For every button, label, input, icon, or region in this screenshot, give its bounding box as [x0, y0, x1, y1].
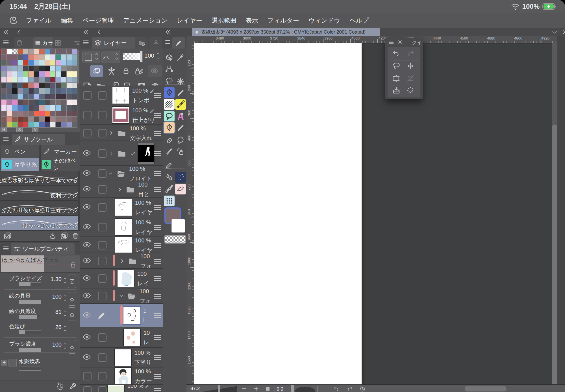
- color-swatch-r2c13[interactable]: [72, 60, 77, 65]
- watercolor-edge-slider[interactable]: [19, 367, 41, 371]
- color-swatch-r5c6[interactable]: [34, 77, 39, 82]
- menu-8[interactable]: ウィンドウ: [308, 16, 340, 25]
- menu-2[interactable]: ページ管理: [82, 16, 114, 25]
- color-swatch-r11c12[interactable]: [67, 111, 72, 116]
- color-swatch-r13c13[interactable]: [72, 122, 77, 128]
- redo-button[interactable]: [346, 386, 353, 392]
- brush-item-0[interactable]: 主線も水彩も厚塗りも一本でやる: [0, 171, 80, 186]
- color-swatch-r11c10[interactable]: [56, 111, 61, 116]
- sub-color-swatch[interactable]: [171, 219, 185, 233]
- halftone-dots-tool[interactable]: [164, 196, 175, 206]
- layer-drag-handle[interactable]: [154, 334, 161, 341]
- clipping-button[interactable]: [90, 65, 103, 77]
- layer-visibility-eye-icon[interactable]: [82, 334, 91, 340]
- layer-drag-handle[interactable]: [154, 224, 161, 231]
- color-swatch-r7c1[interactable]: [7, 88, 12, 94]
- color-swatch-r10c10[interactable]: [56, 105, 61, 111]
- layer-drag-handle[interactable]: [154, 204, 161, 211]
- layer-select-checkbox[interactable]: [98, 185, 107, 194]
- rotation-slider-handle[interactable]: [291, 385, 294, 392]
- layer-row-3[interactable]: [80, 141, 163, 166]
- color-swatch-r2c1[interactable]: [7, 60, 12, 65]
- operation-tool[interactable]: [164, 52, 175, 63]
- layer-visibility-checkbox[interactable]: [83, 91, 92, 100]
- advanced-settings-button[interactable]: [68, 382, 77, 391]
- color-swatch-r12c13[interactable]: [72, 117, 77, 122]
- subtool-group-3[interactable]: その他ペン: [40, 158, 79, 171]
- color-swatch-r2c0[interactable]: [1, 60, 6, 65]
- undo-button[interactable]: [392, 49, 401, 58]
- fit-screen-button[interactable]: [266, 387, 270, 391]
- layer-thumbnail[interactable]: [138, 143, 155, 164]
- color-swatch-r2c6[interactable]: [34, 60, 39, 65]
- layer-drag-handle[interactable]: [154, 92, 161, 99]
- color-swatch-r0c7[interactable]: [39, 49, 44, 54]
- color-swatch-r1c2[interactable]: [12, 54, 17, 60]
- color-swatch-r13c1[interactable]: [7, 122, 12, 128]
- color-swatch-r6c1[interactable]: [7, 83, 12, 88]
- blend-tool[interactable]: [175, 135, 186, 145]
- tool-property-menu-icon[interactable]: [2, 245, 10, 252]
- color-swatch-r5c8[interactable]: [45, 77, 50, 82]
- color-swatch-r0c8[interactable]: [45, 49, 50, 54]
- document-tab[interactable]: 表紙仮案3* (4093 x 2897px 350dpi 87.2% : CMY…: [192, 28, 380, 36]
- color-swatch-r13c4[interactable]: [23, 122, 28, 128]
- layer-thumbnail[interactable]: [107, 385, 125, 392]
- color-swatch-r8c4[interactable]: [23, 94, 28, 99]
- eyedropper-tool[interactable]: [175, 52, 186, 63]
- layer-row-0[interactable]: 100 % トンボ: [80, 86, 163, 105]
- layer-row-6[interactable]: 100 %レイヤ: [80, 198, 163, 217]
- color-swatch-r3c0[interactable]: [1, 66, 6, 71]
- color-swatch-r10c1[interactable]: [7, 105, 12, 111]
- color-swatch-r1c0[interactable]: [1, 54, 6, 60]
- thick-paint-brush-tool[interactable]: [164, 122, 175, 133]
- color-swatch-r7c7[interactable]: [39, 88, 44, 94]
- brush-item-3[interactable]: ほっぺぽんぽんブラシ: [0, 216, 80, 231]
- color-swatch-r1c9[interactable]: [50, 54, 55, 60]
- color-swatch-r12c3[interactable]: [18, 117, 23, 122]
- color-swatch-r5c0[interactable]: [1, 77, 6, 82]
- color-swatch-r4c9[interactable]: [50, 71, 55, 77]
- color-swatch-r0c10[interactable]: [56, 49, 61, 54]
- text-tool[interactable]: [175, 111, 186, 122]
- property-slider[interactable]: [19, 348, 41, 352]
- color-swatch-r9c12[interactable]: [67, 100, 72, 105]
- color-swatch-r7c0[interactable]: [1, 88, 6, 94]
- color-swatch-r8c11[interactable]: [61, 94, 66, 99]
- layer-row-5[interactable]: 100目と: [80, 181, 163, 198]
- layer-panel-menu-icon[interactable]: [82, 39, 90, 46]
- property-slider[interactable]: [19, 315, 41, 319]
- color-swatch-r12c6[interactable]: [34, 117, 39, 122]
- menu-6[interactable]: 表示: [246, 16, 258, 25]
- collapse-left-panel-icon[interactable]: [3, 29, 9, 36]
- color-swatch-r12c7[interactable]: [39, 117, 44, 122]
- collapse-layer-panel-single-icon[interactable]: [96, 29, 103, 36]
- layer-row-9[interactable]: 100フォ: [80, 253, 163, 269]
- color-swatch-r3c12[interactable]: [67, 66, 72, 71]
- zoom-in-button[interactable]: [253, 386, 259, 392]
- color-swatch-r4c1[interactable]: [7, 71, 12, 77]
- duplicate-brush-button[interactable]: [60, 232, 68, 240]
- color-swatch-r9c4[interactable]: [23, 100, 28, 105]
- color-swatch-r8c3[interactable]: [18, 94, 23, 99]
- lasso-shortcut-button[interactable]: [392, 62, 401, 70]
- color-swatch-r6c3[interactable]: [18, 83, 23, 88]
- color-swatch-r13c10[interactable]: [56, 122, 61, 128]
- layer-drag-handle[interactable]: [154, 275, 161, 282]
- color-swatch-r11c9[interactable]: [50, 111, 55, 116]
- quick-access-menu-icon[interactable]: [388, 39, 394, 45]
- layer-visibility-eye-icon[interactable]: [82, 224, 91, 230]
- layer-drag-handle[interactable]: [154, 242, 161, 249]
- color-swatch-r2c11[interactable]: [61, 60, 66, 65]
- color-swatch-r4c3[interactable]: [18, 71, 23, 77]
- layer-thumbnail[interactable]: [123, 307, 140, 324]
- color-swatch-r9c2[interactable]: [12, 100, 17, 105]
- auto-select-tool[interactable]: [175, 76, 186, 87]
- color-swatch-r9c5[interactable]: [29, 100, 34, 105]
- layer-visibility-eye-icon[interactable]: [82, 312, 91, 318]
- layer-visibility-eye-icon[interactable]: [82, 204, 91, 210]
- color-swatch-r4c13[interactable]: [72, 71, 77, 77]
- layer-row-4[interactable]: 100 %フロイト: [80, 166, 163, 181]
- color-swatch-r1c3[interactable]: [18, 54, 23, 60]
- color-swatch-r6c4[interactable]: [23, 83, 28, 88]
